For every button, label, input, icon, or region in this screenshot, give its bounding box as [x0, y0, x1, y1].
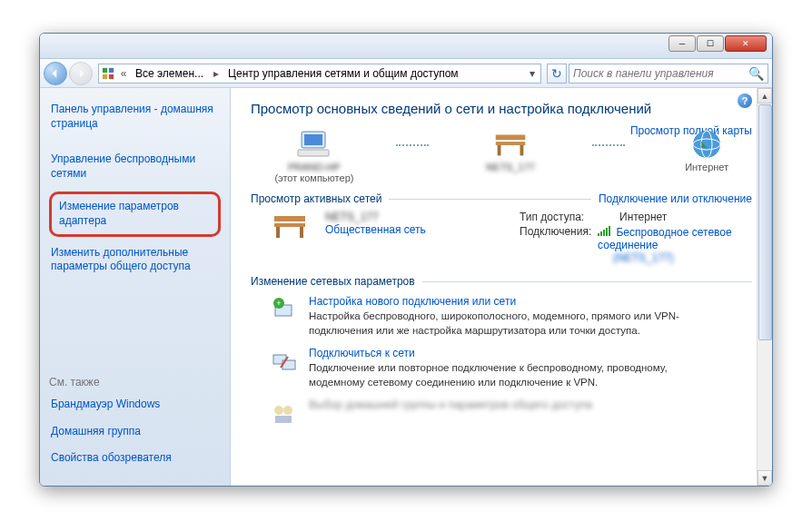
sidebar-link-adapter[interactable]: Изменение параметров адаптера	[49, 192, 221, 236]
sidebar-link-home[interactable]: Панель управления - домашняя страница	[49, 99, 221, 134]
task-new-connection-desc: Настройка беспроводного, широкополосного…	[309, 310, 708, 338]
forward-button[interactable]	[69, 62, 93, 85]
dropdown-chevron-icon[interactable]: ▾	[526, 67, 539, 80]
map-pc-label: PRAND-HP	[288, 162, 340, 172]
wifi-signal-icon	[598, 225, 610, 236]
back-button[interactable]	[44, 62, 67, 85]
svg-rect-14	[274, 216, 305, 221]
map-node-network: NETS_177	[465, 127, 556, 172]
maximize-button[interactable]: ☐	[697, 35, 724, 52]
map-connector	[592, 144, 625, 146]
sidebar-seealso-label: См. также	[49, 376, 221, 388]
globe-icon	[687, 127, 727, 162]
task-connect-desc: Подключение или повторное подключение к …	[309, 361, 708, 389]
change-settings-header: Изменение сетевых параметров	[251, 275, 752, 288]
map-connector	[396, 144, 429, 146]
map-pc-sublabel: (этот компьютер)	[274, 172, 353, 183]
svg-rect-7	[496, 134, 526, 140]
help-icon[interactable]: ?	[738, 93, 752, 108]
svg-rect-9	[498, 145, 501, 155]
access-type-value: Интернет	[619, 211, 667, 223]
network-bench-icon	[490, 127, 530, 162]
active-networks-header: Просмотр активных сетей Подключение или …	[251, 192, 752, 205]
scrollbar[interactable]: ▲ ▼	[757, 88, 772, 486]
minimize-button[interactable]: ─	[668, 35, 696, 52]
computer-icon	[294, 127, 334, 162]
task-connect-link[interactable]: Подключиться к сети	[309, 347, 708, 359]
sidebar: Панель управления - домашняя страница Уп…	[40, 88, 231, 486]
search-input[interactable]	[573, 67, 748, 80]
task-homegroup: Выбор домашней группы и параметров общег…	[269, 398, 752, 428]
sidebar-link-firewall[interactable]: Брандмауэр Windows	[49, 394, 221, 416]
refresh-button[interactable]: ↻	[547, 64, 567, 84]
svg-rect-10	[520, 145, 524, 155]
svg-rect-15	[274, 223, 305, 227]
change-settings-title: Изменение сетевых параметров	[251, 275, 415, 288]
network-bench-icon	[269, 211, 312, 245]
connections-label: Подключения:	[520, 225, 598, 264]
connection-sub: (NETS_177)	[613, 251, 674, 264]
breadcrumb-root[interactable]: Все элемен...	[132, 64, 208, 83]
svg-rect-1	[109, 67, 114, 72]
network-name: NETS_177	[325, 211, 507, 223]
network-info: NETS_177 Общественная сеть	[325, 211, 507, 236]
search-box[interactable]: 🔍	[569, 64, 768, 84]
map-node-internet: Интернет	[661, 127, 752, 172]
refresh-icon: ↻	[551, 66, 562, 81]
map-inet-label: Интернет	[685, 162, 728, 172]
connect-network-icon	[269, 347, 298, 376]
main-pane: ? Просмотр основных сведений о сети и на…	[231, 88, 772, 486]
sidebar-link-sharing[interactable]: Изменить дополнительные параметры общего…	[49, 242, 221, 278]
active-networks-title: Просмотр активных сетей	[251, 192, 381, 205]
task-connect: Подключиться к сети Подключение или повт…	[269, 347, 752, 389]
access-type-label: Тип доступа:	[520, 211, 619, 223]
sidebar-link-ie[interactable]: Свойства обозревателя	[49, 447, 221, 469]
svg-rect-6	[298, 150, 329, 156]
search-icon: 🔍	[748, 66, 764, 81]
svg-rect-5	[304, 134, 322, 145]
svg-rect-3	[109, 74, 114, 78]
network-map: PRAND-HP (этот компьютер) NETS_177 Интер…	[269, 127, 752, 183]
svg-rect-0	[103, 67, 107, 72]
scroll-down-button[interactable]: ▼	[758, 470, 772, 486]
task-new-connection-link[interactable]: Настройка нового подключения или сети	[309, 295, 708, 308]
svg-point-24	[283, 406, 292, 415]
content-area: Панель управления - домашняя страница Уп…	[40, 88, 772, 486]
history-chevron-icon[interactable]: «	[117, 67, 130, 80]
control-panel-icon	[101, 66, 115, 81]
map-net-label: NETS_177	[486, 162, 535, 172]
connection-link[interactable]: Беспроводное сетевое соединение	[598, 226, 732, 251]
active-network-row: NETS_177 Общественная сеть Тип доступа: …	[269, 211, 752, 266]
svg-text:+: +	[276, 299, 281, 308]
svg-rect-2	[103, 74, 107, 78]
address-bar[interactable]: « Все элемен... ▸ Центр управления сетям…	[98, 64, 541, 84]
svg-rect-25	[275, 416, 292, 423]
sidebar-link-wireless[interactable]: Управление беспроводными сетями	[49, 149, 221, 184]
task-new-connection: + Настройка нового подключения или сети …	[269, 295, 752, 338]
connect-disconnect-link[interactable]: Подключение или отключение	[599, 192, 752, 205]
breadcrumb-current[interactable]: Центр управления сетями и общим доступом	[224, 64, 463, 83]
network-type-link[interactable]: Общественная сеть	[325, 223, 507, 236]
network-props: Тип доступа: Интернет Подключения: Беспр…	[520, 211, 752, 266]
navbar: « Все элемен... ▸ Центр управления сетям…	[40, 59, 772, 88]
chevron-right-icon[interactable]: ▸	[210, 67, 223, 80]
window-controls: ─ ☐ ✕	[668, 35, 767, 52]
homegroup-icon	[269, 398, 298, 428]
new-connection-icon: +	[269, 295, 298, 324]
scroll-thumb[interactable]	[758, 104, 772, 340]
svg-rect-16	[276, 227, 280, 238]
svg-point-23	[274, 406, 283, 415]
close-button[interactable]: ✕	[725, 35, 767, 52]
task-homegroup-link[interactable]: Выбор домашней группы и параметров общег…	[309, 398, 592, 411]
scroll-up-button[interactable]: ▲	[758, 88, 772, 103]
svg-point-11	[693, 131, 720, 158]
titlebar: ─ ☐ ✕	[40, 34, 772, 59]
svg-rect-8	[496, 142, 526, 145]
page-title: Просмотр основных сведений о сети и наст…	[251, 101, 752, 116]
svg-rect-17	[300, 227, 303, 238]
sidebar-link-homegroup[interactable]: Домашняя группа	[49, 421, 221, 443]
window: ─ ☐ ✕ « Все элемен... ▸ Центр управления…	[39, 33, 773, 487]
map-node-pc: PRAND-HP (этот компьютер)	[269, 127, 360, 183]
